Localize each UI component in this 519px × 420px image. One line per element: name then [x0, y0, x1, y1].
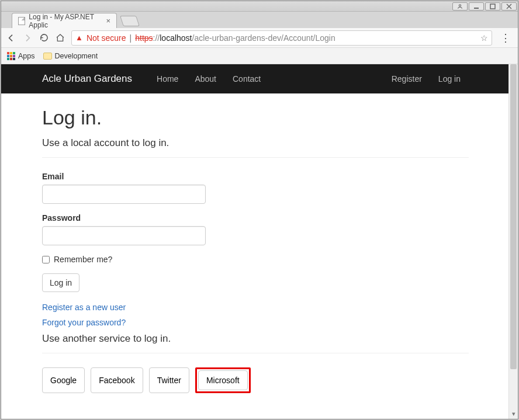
password-field[interactable] — [42, 226, 206, 245]
url-text: https://localhost/acle-urban-gardens-dev… — [135, 33, 335, 43]
svg-rect-1 — [474, 8, 479, 9]
page-icon — [18, 17, 25, 25]
apps-grid-icon — [7, 52, 15, 60]
external-providers: Google Facebook Twitter Microsoft — [42, 367, 469, 393]
local-account-heading: Use a local account to log in. — [42, 137, 469, 149]
forgot-password-link[interactable]: Forgot your password? — [42, 318, 469, 327]
nav-link-about[interactable]: About — [186, 74, 224, 84]
reload-button[interactable] — [39, 33, 49, 43]
minimize-button[interactable] — [469, 2, 484, 11]
register-new-user-link[interactable]: Register as a new user — [42, 303, 469, 312]
close-window-button[interactable] — [501, 2, 517, 11]
provider-facebook[interactable]: Facebook — [91, 367, 143, 393]
vertical-scrollbar[interactable]: ▾ — [508, 64, 518, 419]
forward-button[interactable] — [22, 33, 33, 43]
back-button[interactable] — [6, 33, 16, 43]
svg-rect-2 — [490, 4, 495, 9]
provider-microsoft[interactable]: Microsoft — [198, 370, 248, 390]
address-bar[interactable]: ▲ Not secure | https://localhost/acle-ur… — [71, 30, 492, 46]
warning-icon: ▲ — [75, 33, 83, 42]
highlighted-provider: Microsoft — [195, 367, 251, 393]
password-label: Password — [42, 213, 469, 223]
page-title: Log in. — [42, 106, 469, 129]
maximize-button[interactable] — [485, 2, 500, 11]
email-label: Email — [42, 172, 469, 181]
nav-link-register[interactable]: Register — [383, 74, 430, 84]
divider — [42, 157, 469, 158]
provider-twitter[interactable]: Twitter — [149, 367, 189, 393]
svg-point-0 — [459, 4, 461, 6]
tab-title: Log in - My ASP.NET Applic — [29, 13, 102, 29]
site-navbar: Acle Urban Gardens Home About Contact Re… — [1, 64, 508, 93]
apps-shortcut[interactable]: Apps — [7, 52, 35, 60]
browser-tab[interactable]: Log in - My ASP.NET Applic × — [12, 13, 117, 28]
security-status: Not secure — [86, 33, 126, 43]
provider-google[interactable]: Google — [42, 367, 85, 393]
browser-menu-icon[interactable]: ⋮ — [498, 32, 513, 44]
remember-me-label: Remember me? — [54, 255, 112, 264]
bookmark-star-icon[interactable]: ☆ — [480, 33, 488, 43]
scroll-down-arrow[interactable]: ▾ — [509, 410, 518, 418]
scrollbar-thumb[interactable] — [510, 64, 517, 369]
nav-link-login[interactable]: Log in — [430, 74, 469, 84]
home-button[interactable] — [55, 33, 65, 43]
bookmark-folder-development[interactable]: Development — [43, 52, 98, 60]
divider — [42, 353, 469, 353]
folder-icon — [43, 53, 52, 60]
email-field[interactable] — [42, 185, 206, 204]
login-button[interactable]: Log in — [42, 273, 79, 292]
remember-me-checkbox[interactable] — [42, 256, 50, 263]
external-services-heading: Use another service to log in. — [42, 333, 469, 345]
page-content: Acle Urban Gardens Home About Contact Re… — [1, 64, 508, 419]
bookmarks-bar: Apps Development — [1, 48, 518, 64]
new-tab-button[interactable] — [120, 16, 140, 26]
nav-link-contact[interactable]: Contact — [224, 74, 269, 84]
nav-link-home[interactable]: Home — [148, 74, 186, 84]
brand[interactable]: Acle Urban Gardens — [42, 73, 132, 85]
browser-toolbar: ▲ Not secure | https://localhost/acle-ur… — [1, 28, 518, 48]
user-icon[interactable] — [452, 2, 468, 11]
window-titlebar — [1, 1, 518, 12]
close-tab-icon[interactable]: × — [106, 16, 110, 25]
tab-strip: Log in - My ASP.NET Applic × — [1, 12, 518, 28]
